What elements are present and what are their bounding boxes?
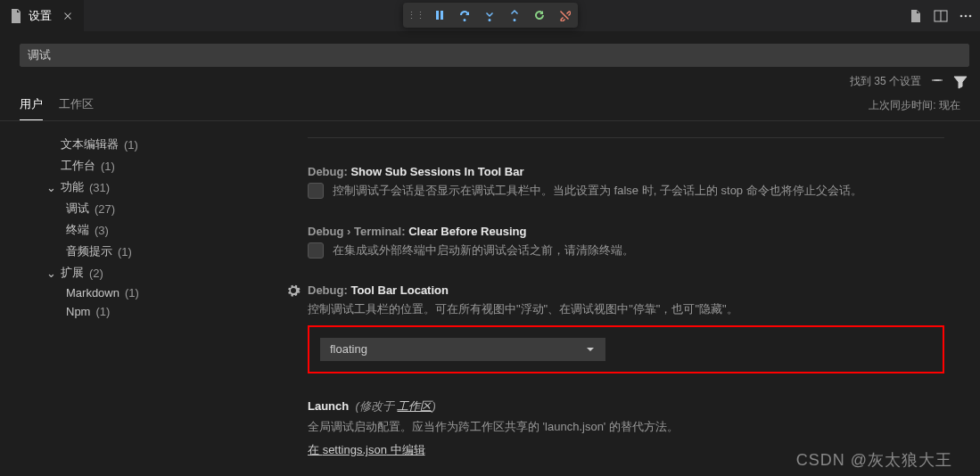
step-out-icon — [508, 9, 521, 21]
title-actions — [909, 9, 973, 23]
restart-icon — [533, 9, 546, 21]
gear-icon[interactable] — [286, 283, 301, 300]
svg-point-4 — [969, 14, 972, 17]
result-count: 找到 35 个设置 — [850, 74, 921, 89]
chevron-down-icon — [585, 344, 596, 355]
setting-show-sub-sessions: Debug: Show Sub Sessions In Tool Bar 控制调… — [308, 165, 944, 200]
watermark: CSDN @灰太狼大王ゝ — [796, 449, 969, 471]
tree-item-debug[interactable]: 调试 (27) — [27, 198, 263, 219]
toolbar-location-select[interactable]: floating — [320, 338, 605, 361]
settings-content: Debug: Show Sub Sessions In Tool Bar 控制调… — [272, 121, 980, 476]
scope-tab-user[interactable]: 用户 — [20, 96, 43, 120]
step-into-button[interactable] — [478, 4, 501, 26]
restart-button[interactable] — [528, 4, 551, 26]
search-row: 调试 — [0, 40, 980, 70]
split-editor-icon[interactable] — [934, 9, 948, 23]
tab-bar: 设置 ⋮⋮ — [0, 0, 980, 31]
tree-item-markdown[interactable]: Markdown (1) — [27, 283, 263, 302]
clear-icon[interactable] — [930, 75, 944, 89]
divider — [308, 137, 944, 138]
settings-search-input[interactable]: 调试 — [20, 44, 969, 67]
pause-icon — [433, 9, 446, 21]
tree-item-workbench[interactable]: 工作台 (1) — [27, 155, 263, 176]
search-query: 调试 — [28, 47, 51, 63]
tab-settings[interactable]: 设置 — [0, 0, 84, 31]
chevron-down-icon: ⌄ — [46, 267, 57, 280]
tree-item-audio[interactable]: 音频提示 (1) — [27, 241, 263, 262]
checkbox[interactable] — [308, 183, 324, 199]
pause-button[interactable] — [428, 4, 451, 26]
tree-item-text-editor[interactable]: 文本编辑器 (1) — [27, 134, 263, 155]
svg-point-2 — [960, 14, 963, 17]
step-into-icon — [483, 9, 496, 21]
setting-description: 全局调试启动配置。应当作为跨工作区共享的 'launch.json' 的替代方法… — [308, 418, 679, 436]
setting-description: 控制调试子会话是否显示在调试工具栏中。当此设置为 false 时, 子会话上的 … — [333, 182, 862, 200]
step-out-button[interactable] — [503, 4, 526, 26]
file-icon — [9, 9, 23, 23]
setting-clear-before-reusing: Debug › Terminal: Clear Before Reusing 在… — [308, 225, 944, 259]
close-icon — [62, 10, 74, 22]
filter-icon[interactable] — [953, 75, 968, 89]
select-value: floating — [330, 342, 367, 356]
chevron-down-icon: ⌄ — [46, 181, 57, 194]
debug-toolbar[interactable]: ⋮⋮ — [403, 3, 578, 28]
search-meta: 找到 35 个设置 — [0, 70, 980, 89]
svg-point-3 — [965, 14, 968, 17]
tree-item-extensions[interactable]: ⌄扩展 (2) — [27, 262, 263, 283]
setting-description: 控制调试工具栏的位置。可在所有视图中"浮动"、在调试视图中"停靠"，也可"隐藏"… — [308, 300, 738, 318]
step-over-button[interactable] — [453, 4, 476, 26]
tab-title: 设置 — [29, 8, 52, 24]
disconnect-button[interactable] — [553, 4, 576, 26]
sync-status: 上次同步时间: 现在 — [869, 98, 960, 120]
scope-row: 用户 工作区 上次同步时间: 现在 — [0, 93, 980, 121]
main-area: 文本编辑器 (1) 工作台 (1) ⌄功能 (31) 调试 (27) 终端 (3… — [0, 121, 980, 476]
grip-icon[interactable]: ⋮⋮ — [405, 10, 426, 21]
step-over-icon — [458, 9, 471, 21]
disconnect-icon — [558, 9, 571, 21]
tree-item-features[interactable]: ⌄功能 (31) — [27, 176, 263, 198]
tree-item-terminal[interactable]: 终端 (3) — [27, 219, 263, 241]
more-icon[interactable] — [959, 9, 973, 23]
tab-close-button[interactable] — [61, 9, 75, 23]
settings-tree: 文本编辑器 (1) 工作台 (1) ⌄功能 (31) 调试 (27) 终端 (3… — [0, 121, 272, 476]
tree-item-npm[interactable]: Npm (1) — [27, 302, 263, 321]
modified-in-link[interactable]: 工作区 — [397, 399, 432, 413]
setting-toolbar-location: Debug: Tool Bar Location 控制调试工具栏的位置。可在所有… — [308, 283, 944, 373]
highlight-box: floating — [308, 325, 944, 373]
checkbox[interactable] — [308, 242, 324, 259]
setting-description: 在集成或外部终端中启动新的调试会话之前，请清除终端。 — [333, 242, 634, 259]
scope-tab-workspace[interactable]: 工作区 — [59, 96, 94, 120]
new-file-icon[interactable] — [909, 9, 923, 23]
